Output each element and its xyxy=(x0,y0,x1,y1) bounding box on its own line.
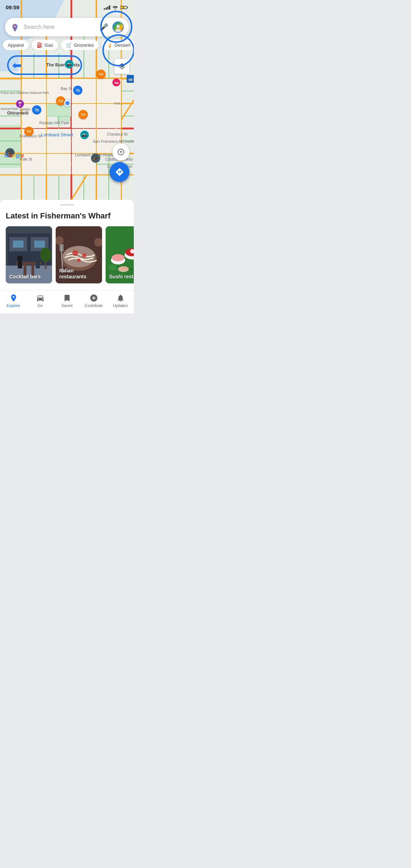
section-title: Latest in Fisherman's Wharf xyxy=(0,211,134,226)
saved-icon xyxy=(63,294,71,302)
svg-point-68 xyxy=(82,253,86,258)
layers-button[interactable] xyxy=(115,59,130,74)
contribute-icon xyxy=(90,294,98,302)
category-cards-row: Cocktail bars xyxy=(0,226,134,291)
svg-point-63 xyxy=(40,248,51,262)
svg-rect-52 xyxy=(13,241,24,248)
apparel-label: Apparel xyxy=(8,42,24,48)
chip-gas[interactable]: ⛽ Gas xyxy=(32,40,58,50)
bay-st-label: Bay St xyxy=(61,86,72,91)
svg-point-0 xyxy=(115,9,116,10)
current-location-dot xyxy=(64,100,71,106)
groceries-label: Groceries xyxy=(74,42,94,48)
buena-vista-label: The Buena Vista xyxy=(46,62,80,67)
hotel-pin-1[interactable]: 🛏 xyxy=(112,79,120,86)
svg-point-67 xyxy=(72,250,78,256)
sushi-restaurants-label: Sushi restaurants xyxy=(109,274,134,280)
restaurant-pin-3[interactable]: 🍽 xyxy=(78,110,88,119)
italian-restaurants-label: Italian restaurants xyxy=(59,268,102,280)
explore-icon xyxy=(9,294,18,302)
search-placeholder: Search here xyxy=(24,24,95,30)
updates-icon xyxy=(116,294,125,302)
bottom-nav: Explore Go Saved Contribute Updates xyxy=(0,291,134,313)
edu-pin-2[interactable]: 🎓 xyxy=(91,153,100,163)
status-time: 09:59 xyxy=(6,4,19,10)
chestnut-st-label: Chestnut St xyxy=(107,132,127,136)
cocktail-bars-card[interactable]: Cocktail bars xyxy=(6,226,52,283)
svg-rect-59 xyxy=(18,261,22,268)
my-location-button[interactable] xyxy=(112,143,130,161)
dessert-label: Dessert xyxy=(115,42,131,48)
svg-point-60 xyxy=(35,255,41,261)
historical-park-label: rtorical Park xyxy=(1,107,18,111)
italian-restaurants-card[interactable]: Italian restaurants xyxy=(56,226,102,283)
nav-updates[interactable]: Updates xyxy=(110,294,131,308)
svg-point-86 xyxy=(108,264,117,270)
go-label: Go xyxy=(37,303,43,308)
nav-explore[interactable]: Explore xyxy=(3,294,24,308)
sheet-handle xyxy=(60,204,74,206)
lombard-street-label: Lombard Street xyxy=(36,132,78,137)
status-icons xyxy=(104,5,128,10)
bottom-sheet: Latest in Fisherman's Wharf xyxy=(0,200,134,291)
layers-icon xyxy=(118,62,126,70)
svg-rect-3 xyxy=(121,6,125,8)
restaurant-pin-4[interactable]: 🍽 xyxy=(24,127,34,136)
svg-point-58 xyxy=(17,256,23,261)
battery-icon xyxy=(120,5,128,10)
transit-pin[interactable]: 🚌 xyxy=(127,75,134,83)
directions-icon xyxy=(115,167,124,177)
directions-fab-button[interactable] xyxy=(110,162,130,182)
sushi-restaurants-card[interactable]: Sushi restaurants xyxy=(106,226,134,283)
svg-rect-42 xyxy=(97,104,121,128)
nav-contribute[interactable]: Contribute xyxy=(83,294,105,308)
camera-pin-1[interactable]: 📷 xyxy=(65,60,73,69)
location-arrow-icon xyxy=(117,148,125,156)
shop-pin-2[interactable]: 🛍 xyxy=(32,105,41,115)
nav-saved[interactable]: Saved xyxy=(56,294,78,308)
signal-bars-icon xyxy=(104,5,110,10)
chip-dessert[interactable]: 🍦 Dessert xyxy=(102,40,134,50)
gas-label: Gas xyxy=(45,42,53,48)
camera-pin-2[interactable]: 📷 xyxy=(80,131,89,139)
microphone-icon[interactable]: 🎤 xyxy=(99,22,109,32)
search-bar[interactable]: Search here 🎤 xyxy=(5,18,129,36)
ghirardelli-label: Ghirardelli xyxy=(7,111,29,116)
restaurant-pin-2[interactable]: 🍽 xyxy=(56,96,65,106)
fort-mason-label: Franc isco Maritime National Park xyxy=(1,91,20,95)
cocktail-bars-label: Cocktail bars xyxy=(9,274,41,280)
svg-point-79 xyxy=(112,254,125,261)
svg-rect-53 xyxy=(34,241,45,248)
svg-rect-39 xyxy=(47,154,71,175)
restaurant-pin-1[interactable]: 🍽 xyxy=(96,70,106,79)
updates-label: Updates xyxy=(113,303,128,308)
status-bar: 09:59 xyxy=(0,0,134,13)
nav-go[interactable]: Go xyxy=(30,294,51,308)
gas-icon: ⛽ xyxy=(37,42,43,48)
dessert-icon: 🍦 xyxy=(107,42,113,48)
saved-label: Saved xyxy=(61,303,72,308)
svg-point-69 xyxy=(77,258,81,262)
fish-label: Fish... xyxy=(114,102,123,105)
filter-chips-row: Apparel ⛽ Gas 🛒 Groceries 🍦 Dessert ··· … xyxy=(0,40,134,50)
google-logo: Google xyxy=(4,152,24,159)
svg-point-47 xyxy=(115,29,121,32)
google-maps-logo xyxy=(10,22,20,32)
map-area[interactable]: Bay St Chestnut St Hyde St Larkin St Col… xyxy=(0,0,134,200)
chip-groceries[interactable]: 🛒 Groceries xyxy=(61,40,99,50)
groceries-icon: 🛒 xyxy=(66,42,72,48)
go-icon xyxy=(36,294,45,302)
svg-point-46 xyxy=(116,25,120,28)
shop-pin-1[interactable]: 🛍 xyxy=(73,86,82,95)
bar-pin-1[interactable]: 🍸 xyxy=(16,100,24,108)
explore-label: Explore xyxy=(7,303,20,308)
russian-hill-label: Russian Hill Park xyxy=(39,121,68,125)
wifi-icon xyxy=(112,5,118,10)
svg-rect-61 xyxy=(36,261,40,268)
sf-art-label: San Francisco Art Institute xyxy=(93,139,128,143)
svg-point-87 xyxy=(118,266,129,272)
user-avatar[interactable] xyxy=(112,21,124,33)
contribute-label: Contribute xyxy=(85,303,103,308)
svg-rect-2 xyxy=(127,7,128,8)
chip-apparel[interactable]: Apparel xyxy=(3,40,29,50)
